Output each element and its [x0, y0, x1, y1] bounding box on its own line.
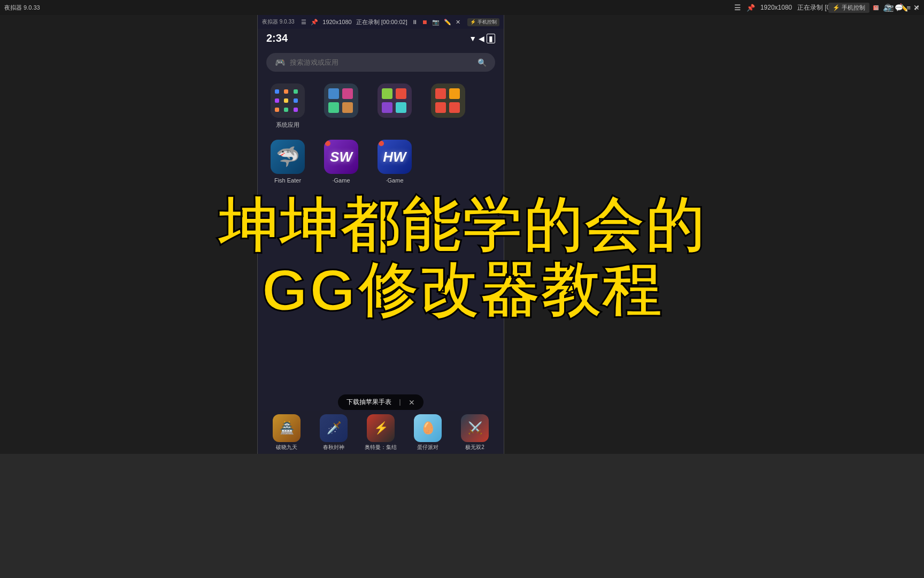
- emu-inner-title: 夜拟器 9.0.33: [262, 18, 295, 26]
- app-folder2[interactable]: [373, 83, 416, 129]
- poxiao-label: 破晓九天: [276, 444, 297, 451]
- dot: [284, 89, 288, 94]
- app-game-s[interactable]: SW ·Game: [320, 140, 363, 184]
- aoteman-icon: ⚡: [367, 414, 395, 442]
- poxiao-icon: 🏯: [273, 414, 301, 442]
- app-folder3[interactable]: [427, 83, 469, 129]
- icon3[interactable]: 💬: [895, 4, 903, 12]
- app-grid: 系统应用: [258, 77, 504, 194]
- game-badge2: [379, 141, 384, 146]
- game-s-label: ·Game: [332, 177, 350, 184]
- mini-icon: [342, 102, 353, 113]
- status-bar: 2:34 ▼ ◀ ▮: [258, 29, 504, 48]
- fish-eater-label: Fish Eater: [274, 177, 301, 184]
- notification-close[interactable]: ✕: [409, 398, 415, 407]
- right-panel: [504, 15, 924, 454]
- stop-inner[interactable]: ⏹: [422, 19, 428, 25]
- status-icons: ▼ ◀ ▮: [469, 34, 495, 43]
- battery-icon: ▮: [487, 34, 495, 43]
- mini-icon: [435, 88, 446, 99]
- rec-inner: 正在录制 [00:00:02]: [356, 18, 407, 26]
- game-s-icon: SW: [324, 140, 358, 174]
- notif-divider: ｜: [397, 398, 403, 407]
- search-icon[interactable]: 🔍: [478, 58, 487, 67]
- resolution-label: 1920x1080: [760, 4, 792, 11]
- icon4[interactable]: ≡: [906, 4, 911, 12]
- jiwushuang-icon: ⚔️: [461, 414, 489, 442]
- app-game-h[interactable]: HW ·Game: [373, 140, 416, 184]
- pause-inner[interactable]: ⏸: [412, 19, 418, 25]
- dock-chunqiu[interactable]: 🗡️ 春秋封神: [314, 414, 353, 451]
- close-inner[interactable]: ✕: [456, 19, 460, 26]
- mini-icon: [449, 88, 460, 99]
- mini-icon: [342, 88, 353, 99]
- game-badge: [325, 141, 330, 146]
- recording-bar: 夜拟器 9.0.33 ☰ 📌 1920x1080 正在录制 [00:00:02]…: [258, 15, 504, 29]
- jiwushuang-label: 极无双2: [465, 444, 484, 451]
- gamepad-icon: 🎮: [275, 57, 286, 67]
- mini-icon: [382, 88, 392, 99]
- dot: [294, 98, 298, 103]
- icon5[interactable]: ⤢: [914, 4, 920, 12]
- app-row-1: 系统应用: [266, 83, 495, 129]
- folder2-icon: [378, 83, 412, 118]
- app-folder1[interactable]: [320, 83, 363, 129]
- dock-gazai[interactable]: 🥚 蛋仔派对: [409, 414, 447, 451]
- mini-icon: [449, 102, 460, 113]
- notification-banner: 下载抽苹果手表 ｜ ✕: [338, 394, 424, 410]
- icon2[interactable]: 🔊: [883, 4, 891, 12]
- folder1-icon: [324, 83, 358, 118]
- game-h-label: ·Game: [386, 177, 403, 184]
- chunqiu-label: 春秋封神: [323, 444, 344, 451]
- res-inner: 1920x1080: [322, 19, 351, 25]
- dock-bar: 🏯 破晓九天 🗡️ 春秋封神 ⚡ 奥特曼：集结 🥚 蛋仔派对 ⚔️ 极无双2: [258, 411, 504, 454]
- phone-screen: 夜拟器 9.0.33 ☰ 📌 1920x1080 正在录制 [00:00:02]…: [257, 15, 504, 454]
- search-bar[interactable]: 🎮 🔍: [266, 53, 495, 72]
- pin-icon: 📌: [746, 4, 755, 12]
- dot: [284, 98, 288, 103]
- cam-inner[interactable]: 📷: [432, 19, 440, 26]
- mini-icon: [328, 102, 339, 113]
- mini-icon: [396, 102, 406, 113]
- app-row-2: 🦈 Fish Eater SW ·Game HW: [266, 140, 495, 184]
- right-controls: ⚡ 手机控制 🖥 🔊 💬 ≡ ⤢: [828, 3, 920, 13]
- dot: [275, 108, 279, 112]
- search-input[interactable]: [290, 58, 473, 66]
- system-label: 系统应用: [276, 121, 299, 129]
- fish-eater-icon: 🦈: [271, 140, 305, 174]
- dot: [294, 108, 298, 112]
- dock-poxiao[interactable]: 🏯 破晓九天: [267, 414, 306, 451]
- dot: [275, 98, 279, 103]
- app-fish-eater[interactable]: 🦈 Fish Eater: [266, 140, 309, 184]
- mini-icon: [382, 102, 392, 113]
- signal-icon: ◀: [479, 34, 484, 43]
- aoteman-label: 奥特曼：集结: [365, 444, 397, 451]
- notification-text: 下载抽苹果手表: [346, 398, 391, 407]
- wifi-icon: ▼: [469, 34, 476, 43]
- left-panel: [0, 15, 257, 454]
- chunqiu-icon: 🗡️: [320, 414, 348, 442]
- app-system[interactable]: 系统应用: [266, 83, 309, 129]
- mini-icon: [435, 102, 446, 113]
- hamburger-icon[interactable]: ☰: [734, 3, 741, 12]
- phone-inner: 2:34 ▼ ◀ ▮ 🎮 🔍: [258, 29, 504, 454]
- clock: 2:34: [266, 32, 288, 44]
- dot: [294, 89, 298, 94]
- dot: [284, 108, 288, 112]
- dock-jiwushuang[interactable]: ⚔️ 极无双2: [456, 414, 494, 451]
- game-h-icon: HW: [378, 140, 412, 174]
- gazai-icon: 🥚: [414, 414, 442, 442]
- dot: [275, 89, 279, 94]
- emulator-title: 夜拟器 9.0.33: [4, 4, 40, 12]
- pen-inner[interactable]: ✏️: [444, 19, 451, 26]
- system-icon: [271, 83, 305, 118]
- phone-ctrl-inner[interactable]: ⚡ 手机控制: [467, 18, 499, 26]
- emulator-topbar: 夜拟器 9.0.33 ☰ 📌 1920x1080 正在录制 [00:00:02]…: [0, 0, 924, 15]
- icon1[interactable]: 🖥: [873, 4, 880, 12]
- folder3-icon: [431, 83, 465, 118]
- phone-control-button[interactable]: ⚡ 手机控制: [828, 3, 869, 13]
- gazai-label: 蛋仔派对: [417, 444, 438, 451]
- dock-aoteman[interactable]: ⚡ 奥特曼：集结: [361, 414, 400, 451]
- mini-icon: [396, 88, 406, 99]
- mini-icon: [328, 88, 339, 99]
